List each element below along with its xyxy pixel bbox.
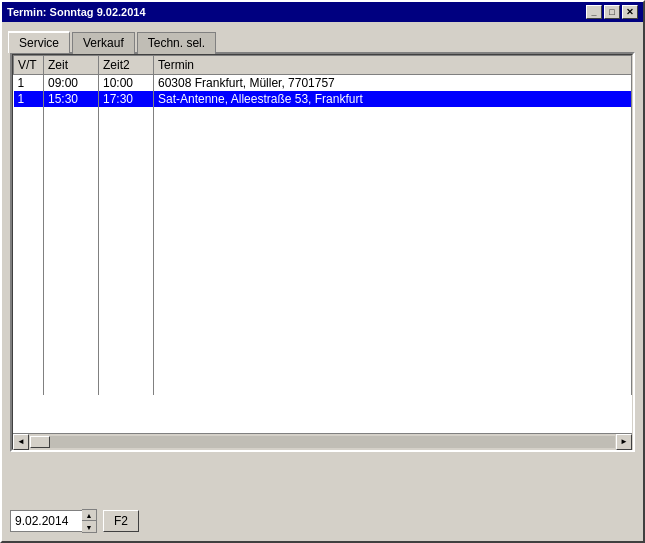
table-row-empty [14, 267, 632, 283]
table-row-empty [14, 171, 632, 187]
table-row-empty [14, 251, 632, 267]
spin-down-button[interactable]: ▼ [82, 521, 96, 532]
table-row-empty [14, 331, 632, 347]
tab-verkauf[interactable]: Verkauf [72, 32, 135, 54]
spin-up-button[interactable]: ▲ [82, 510, 96, 521]
table-row-empty [14, 187, 632, 203]
tab-bar: Service Verkauf Techn. sel. [2, 26, 643, 52]
table-row-empty [14, 203, 632, 219]
table-row-empty [14, 347, 632, 363]
table-row-empty [14, 283, 632, 299]
cell-vt: 1 [14, 91, 44, 107]
cell-zeit: 15:30 [44, 91, 99, 107]
tab-techn-sel[interactable]: Techn. sel. [137, 32, 216, 54]
cell-zeit2: 17:30 [99, 91, 154, 107]
date-input[interactable] [10, 510, 82, 532]
table-row-empty [14, 235, 632, 251]
close-button[interactable]: ✕ [622, 5, 638, 19]
table-row-empty [14, 379, 632, 395]
date-spinner: ▲ ▼ [82, 509, 97, 533]
col-header-zeit: Zeit [44, 56, 99, 75]
table-row-empty [14, 139, 632, 155]
table-row-empty [14, 315, 632, 331]
cell-vt: 1 [14, 75, 44, 92]
table-row-empty [14, 299, 632, 315]
minimize-button[interactable]: _ [586, 5, 602, 19]
col-header-vt: V/T [14, 56, 44, 75]
title-bar: Termin: Sonntag 9.02.2014 _ □ ✕ [2, 2, 643, 22]
scroll-left-button[interactable]: ◄ [13, 434, 29, 450]
table-row[interactable]: 1 09:00 10:00 60308 Frankfurt, Müller, 7… [14, 75, 632, 92]
scroll-right-button[interactable]: ► [616, 434, 632, 450]
table-scroll-area[interactable]: V/T Zeit Zeit2 Termin 1 09:00 10:00 [13, 55, 632, 433]
col-header-termin: Termin [154, 56, 632, 75]
date-input-group: ▲ ▼ [10, 509, 97, 533]
table-body: 1 09:00 10:00 60308 Frankfurt, Müller, 7… [14, 75, 632, 396]
window-title: Termin: Sonntag 9.02.2014 [7, 6, 146, 18]
window-body: Service Verkauf Techn. sel. V/T Zeit [2, 22, 643, 543]
col-header-zeit2: Zeit2 [99, 56, 154, 75]
table-row-empty [14, 123, 632, 139]
table-header: V/T Zeit Zeit2 Termin [14, 56, 632, 75]
cell-termin: Sat-Antenne, Alleestraße 53, Frankfurt [154, 91, 632, 107]
table-row-empty [14, 219, 632, 235]
inner-table-area: V/T Zeit Zeit2 Termin 1 09:00 10:00 [12, 54, 633, 450]
horizontal-scrollbar: ◄ ► [13, 433, 632, 449]
cell-zeit: 09:00 [44, 75, 99, 92]
data-table: V/T Zeit Zeit2 Termin 1 09:00 10:00 [13, 55, 632, 395]
maximize-button[interactable]: □ [604, 5, 620, 19]
bottom-bar: ▲ ▼ F2 [10, 509, 139, 533]
cell-zeit2: 10:00 [99, 75, 154, 92]
table-wrapper: V/T Zeit Zeit2 Termin 1 09:00 10:00 [10, 52, 635, 452]
cell-termin: 60308 Frankfurt, Müller, 7701757 [154, 75, 632, 92]
table-row-empty [14, 363, 632, 379]
table-row-empty [14, 155, 632, 171]
title-bar-controls: _ □ ✕ [586, 5, 638, 19]
scroll-track[interactable] [30, 436, 615, 448]
scroll-thumb[interactable] [30, 436, 50, 448]
table-row[interactable]: 1 15:30 17:30 Sat-Antenne, Alleestraße 5… [14, 91, 632, 107]
f2-button[interactable]: F2 [103, 510, 139, 532]
table-row-empty [14, 107, 632, 123]
tab-service[interactable]: Service [8, 31, 70, 53]
main-window: Termin: Sonntag 9.02.2014 _ □ ✕ Service … [0, 0, 645, 543]
